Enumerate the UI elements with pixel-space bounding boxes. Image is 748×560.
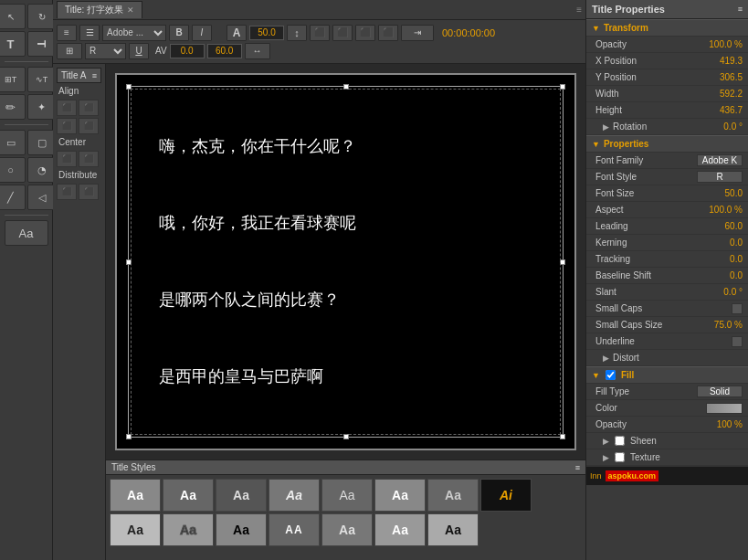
fill-section-header[interactable]: ▼ Fill (586, 366, 748, 384)
tool-select[interactable]: ↖ (0, 4, 26, 29)
tool-pen[interactable]: ✏ (0, 94, 26, 120)
slant-value[interactable]: 0.0 ° (697, 287, 743, 297)
tool-list1[interactable]: ≡ (57, 25, 77, 41)
tool-text[interactable]: T (0, 31, 26, 57)
italic-button[interactable]: I (192, 25, 212, 41)
title-tab[interactable]: Title: 打字效果 ✕ (57, 1, 142, 18)
tool-aa[interactable]: Aa (5, 220, 48, 246)
tool-rounded-rect[interactable]: ▢ (27, 130, 57, 155)
tool-line[interactable]: ╱ (0, 185, 26, 210)
style-8[interactable]: Ai (480, 479, 532, 512)
tab-close[interactable]: ✕ (127, 5, 134, 15)
title-line-1[interactable]: 嗨，杰克，你在干什么呢？ (159, 135, 532, 158)
height-value[interactable]: 436.7 (697, 105, 743, 115)
right-panel-menu[interactable]: ≡ (738, 5, 743, 14)
canvas-frame[interactable]: 嗨，杰克，你在干什么呢？ 哦，你好，我正在看球赛呢 是哪两个队之间的比赛？ 是西… (115, 73, 576, 450)
align-justify-btn[interactable]: ⬛ (378, 25, 398, 41)
style-11[interactable]: Aa (216, 513, 267, 546)
style-12[interactable]: AA (269, 513, 320, 546)
title-a-menu[interactable]: ≡ (92, 71, 97, 80)
opacity-value[interactable]: 100.0 % (697, 39, 743, 49)
sheen-row[interactable]: ▶ Sheen (586, 433, 748, 449)
style-7[interactable]: Aa (427, 479, 479, 512)
texture-row[interactable]: ▶ Texture (586, 449, 748, 466)
tool-wedge[interactable]: ◁ (27, 185, 57, 210)
baseline-value[interactable]: 0.0 (697, 270, 743, 280)
aspect-row: Aspect 100.0 % (586, 202, 748, 218)
x-position-value[interactable]: 419.3 (697, 56, 743, 66)
style-1[interactable]: Aa (110, 479, 161, 512)
fill-type-value[interactable]: Solid (697, 386, 743, 397)
style-10[interactable]: Aa (163, 513, 214, 546)
leading-input[interactable] (207, 44, 242, 58)
style-2[interactable]: Aa (163, 479, 214, 512)
aspect-value[interactable]: 100.0 % (697, 205, 743, 215)
fill-opacity-value[interactable]: 100 % (697, 419, 743, 429)
tracking-value[interactable]: 0.0 (697, 254, 743, 264)
transform-section-header[interactable]: ▼ Transform (586, 19, 748, 37)
align-top-icon[interactable]: ⬛ (57, 118, 77, 134)
underline-checkbox[interactable] (732, 336, 743, 347)
align-center-icon[interactable]: ⬛ (79, 100, 99, 116)
leading-value[interactable]: 60.0 (697, 221, 743, 231)
font-size-input[interactable] (249, 26, 284, 40)
tool-list2[interactable]: ☰ (79, 25, 100, 41)
small-caps-size-value[interactable]: 75.0 % (697, 320, 743, 330)
font-family-prop-value[interactable]: Adobe K (697, 154, 743, 166)
distort-row[interactable]: ▶ Distort (586, 350, 748, 366)
dist-v-icon[interactable]: ⬛ (79, 184, 99, 200)
tool-rect[interactable]: ▭ (0, 130, 26, 155)
tab-btn[interactable]: ⇥ (401, 25, 434, 41)
style-3[interactable]: Aa (216, 479, 267, 512)
kerning-prop-value[interactable]: 0.0 (697, 238, 743, 248)
color-swatch[interactable] (706, 403, 743, 414)
tool-rotate[interactable]: ↻ (27, 4, 57, 29)
align-mid-icon[interactable]: ⬛ (79, 118, 99, 134)
font-style-prop-value[interactable]: R (697, 171, 743, 183)
paste-style-btn[interactable]: ⊞ (57, 43, 82, 59)
canvas-area[interactable]: 嗨，杰克，你在干什么呢？ 哦，你好，我正在看球赛呢 是哪两个队之间的比赛？ 是西… (106, 64, 585, 460)
tool-anchor[interactable]: ✦ (27, 94, 57, 120)
kerning-input[interactable] (170, 44, 205, 58)
panel-menu-icon[interactable]: ≡ (576, 5, 582, 15)
texture-arrow: ▶ (603, 453, 609, 462)
width-label: Width (595, 89, 697, 99)
tool-arc[interactable]: ◔ (27, 157, 57, 183)
style-5[interactable]: Aa (321, 479, 373, 512)
style-9[interactable]: Aa (110, 513, 161, 546)
title-line-2[interactable]: 哦，你好，我正在看球赛呢 (159, 212, 532, 235)
title-line-4[interactable]: 是西甲的皇马与巴萨啊 (159, 365, 532, 388)
y-position-value[interactable]: 306.5 (697, 72, 743, 82)
style-13[interactable]: Aa (321, 513, 373, 546)
align-left-icon[interactable]: ⬛ (57, 100, 77, 116)
font-scale-icon: ↕ (287, 25, 307, 41)
underline-btn[interactable]: U (129, 43, 149, 59)
tool-ellipse[interactable]: ○ (0, 157, 26, 183)
style-4[interactable]: Aa (269, 479, 320, 512)
align-right-btn[interactable]: ⬛ (355, 25, 375, 41)
tool-vertical-text[interactable]: T (27, 31, 57, 57)
tool-path-text[interactable]: ∿T (27, 67, 57, 92)
style-15[interactable]: Aa (427, 513, 479, 546)
properties-section-header[interactable]: ▼ Properties (586, 135, 748, 153)
align-center-btn[interactable]: ⬛ (332, 25, 353, 41)
font-family-select[interactable]: Adobe ... (102, 25, 166, 41)
width-value[interactable]: 592.2 (697, 89, 743, 99)
small-caps-checkbox[interactable] (732, 303, 743, 314)
tool-area-text[interactable]: ⊞T (0, 67, 26, 92)
style-6[interactable]: Aa (374, 479, 426, 512)
title-line-3[interactable]: 是哪两个队之间的比赛？ (159, 289, 532, 312)
font-size-prop-value[interactable]: 50.0 (697, 188, 743, 198)
align-left-btn[interactable]: ⬛ (310, 25, 330, 41)
sheen-checkbox[interactable] (615, 436, 625, 446)
styles-menu[interactable]: ≡ (575, 463, 580, 472)
center-v-icon[interactable]: ⬛ (79, 151, 99, 167)
dist-h-icon[interactable]: ⬛ (57, 184, 77, 200)
center-h-icon[interactable]: ⬛ (57, 151, 77, 167)
fill-checkbox[interactable] (606, 370, 616, 380)
texture-checkbox[interactable] (615, 452, 625, 462)
bold-button[interactable]: B (169, 25, 189, 41)
rotation-value[interactable]: 0.0 ° (697, 122, 743, 132)
font-style-select[interactable]: R (85, 43, 126, 59)
style-14[interactable]: Aa (374, 513, 426, 546)
